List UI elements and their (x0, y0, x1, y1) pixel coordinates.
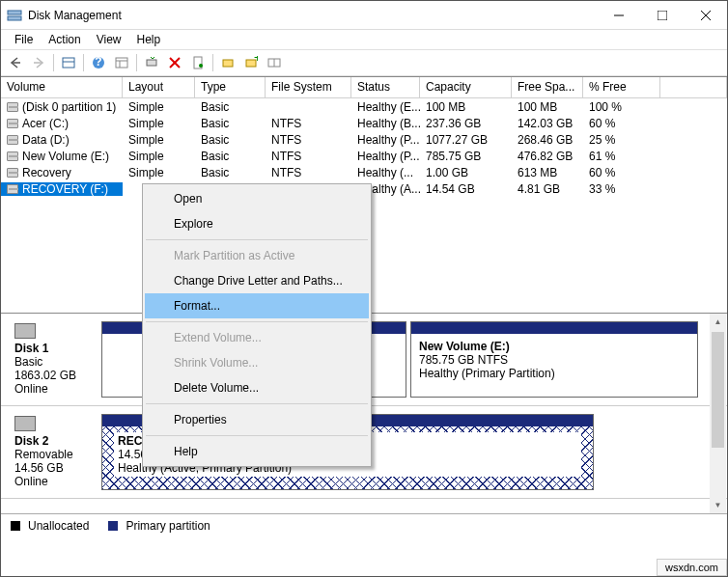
svg-rect-8 (63, 58, 74, 68)
volume-icon (7, 184, 18, 194)
partition-size: 785.75 GB NTFS (419, 353, 508, 367)
volume-icon (7, 102, 18, 112)
maximize-button[interactable] (640, 1, 684, 29)
col-pctfree[interactable]: % Free (583, 77, 660, 97)
action3-button[interactable] (264, 52, 285, 73)
menu-item: Shrink Volume... (145, 350, 369, 375)
svg-rect-3 (658, 11, 667, 20)
menu-item[interactable]: Delete Volume... (145, 375, 369, 400)
close-button[interactable] (684, 1, 727, 29)
col-layout[interactable]: Layout (123, 77, 195, 97)
col-capacity[interactable]: Capacity (420, 77, 512, 97)
volume-row[interactable]: Data (D:)SimpleBasicNTFSHealthy (P...107… (1, 131, 727, 148)
svg-rect-20 (223, 60, 233, 67)
volume-name: Acer (C:) (1, 117, 123, 130)
volume-name: Recovery (1, 166, 123, 179)
legend: Unallocated Primary partition (1, 513, 727, 536)
svg-rect-12 (116, 58, 127, 68)
disk-name: Disk 1 (14, 342, 96, 355)
action1-button[interactable] (217, 52, 238, 73)
legend-unallocated: Unallocated (28, 519, 89, 533)
volume-list-header: Volume Layout Type File System Status Ca… (1, 77, 727, 98)
svg-rect-1 (8, 16, 21, 20)
volume-row[interactable]: (Disk 0 partition 1)SimpleBasicHealthy (… (1, 98, 727, 115)
refresh-button[interactable] (141, 52, 162, 73)
svg-point-19 (199, 64, 203, 68)
disk-size: 14.56 GB (14, 461, 96, 475)
volume-row[interactable]: New Volume (E:)SimpleBasicNTFSHealthy (P… (1, 148, 727, 164)
col-status[interactable]: Status (351, 77, 420, 97)
menu-item[interactable]: Help (145, 439, 369, 464)
volume-name: Data (D:) (1, 133, 123, 147)
app-icon (7, 8, 22, 23)
minimize-button[interactable] (597, 1, 640, 29)
volume-row[interactable]: Acer (C:)SimpleBasicNTFSHealthy (B...237… (1, 115, 727, 131)
col-empty[interactable] (660, 77, 727, 97)
help-button[interactable]: ? (88, 52, 109, 73)
disk-name: Disk 2 (14, 434, 96, 448)
menu-item[interactable]: Open (145, 186, 369, 211)
scroll-down-icon[interactable]: ▼ (710, 497, 726, 513)
volume-name: (Disk 0 partition 1) (1, 100, 123, 114)
svg-text:+: + (254, 56, 258, 65)
toolbar: ? + (1, 49, 727, 76)
menu-item[interactable]: Explore (145, 211, 369, 236)
swatch-primary (108, 521, 118, 531)
col-free[interactable]: Free Spa... (512, 77, 583, 97)
volume-icon (7, 119, 18, 128)
disk-size: 1863.02 GB (14, 369, 96, 382)
view-button[interactable] (58, 52, 79, 73)
title-bar: Disk Management (1, 1, 727, 30)
properties-button[interactable] (187, 52, 209, 73)
svg-rect-0 (8, 11, 21, 14)
menu-item[interactable]: Properties (145, 407, 369, 432)
volume-icon (7, 135, 18, 145)
menu-separator (146, 239, 368, 240)
disk-state: Online (14, 382, 96, 396)
menu-item[interactable]: Format... (145, 293, 369, 318)
disk-icon (14, 323, 36, 339)
volume-row[interactable]: RecoverySimpleBasicNTFSHealthy (...1.00 … (1, 164, 727, 180)
menu-view[interactable]: View (89, 31, 129, 48)
volume-name: New Volume (E:) (1, 150, 123, 163)
disk-label[interactable]: Disk 2 Removable 14.56 GB Online (9, 414, 101, 490)
window-title: Disk Management (28, 9, 597, 22)
disk-icon (14, 416, 36, 431)
volume-name: RECOVERY (F:) (1, 182, 123, 196)
menu-file[interactable]: File (7, 31, 41, 48)
back-button[interactable] (5, 52, 26, 73)
disk-state: Online (14, 475, 96, 488)
scroll-up-icon[interactable]: ▲ (710, 314, 726, 330)
scroll-thumb[interactable] (712, 332, 724, 448)
settings-button[interactable] (111, 52, 132, 73)
partition-title: New Volume (E:) (419, 340, 510, 353)
menu-help[interactable]: Help (129, 31, 169, 48)
menu-separator (146, 435, 368, 436)
col-volume[interactable]: Volume (1, 77, 123, 97)
legend-primary: Primary partition (126, 519, 210, 533)
menu-action[interactable]: Action (41, 31, 88, 48)
col-type[interactable]: Type (195, 77, 266, 97)
volume-icon (7, 151, 18, 161)
menu-bar: File Action View Help (1, 30, 727, 49)
forward-button[interactable] (28, 52, 49, 73)
status-bar: wsxdn.com (657, 559, 727, 576)
menu-item: Mark Partition as Active (145, 243, 369, 268)
partition-box[interactable]: New Volume (E:) 785.75 GB NTFS Healthy (… (410, 321, 698, 398)
action2-button[interactable]: + (240, 52, 262, 73)
partition-status: Healthy (Primary Partition) (419, 367, 555, 380)
volume-icon (7, 168, 18, 178)
disk-label[interactable]: Disk 1 Basic 1863.02 GB Online (9, 321, 101, 398)
col-filesystem[interactable]: File System (266, 77, 351, 97)
context-menu[interactable]: OpenExploreMark Partition as ActiveChang… (142, 183, 372, 467)
menu-item[interactable]: Change Drive Letter and Paths... (145, 268, 369, 293)
svg-rect-15 (147, 60, 156, 66)
menu-separator (146, 403, 368, 404)
svg-text:?: ? (95, 56, 101, 69)
disk-type: Removable (14, 448, 96, 461)
scrollbar-vertical[interactable]: ▲ ▼ (710, 314, 726, 513)
swatch-unallocated (11, 521, 20, 531)
menu-item: Extend Volume... (145, 325, 369, 350)
disk-type: Basic (14, 355, 96, 369)
delete-button[interactable] (164, 52, 185, 73)
